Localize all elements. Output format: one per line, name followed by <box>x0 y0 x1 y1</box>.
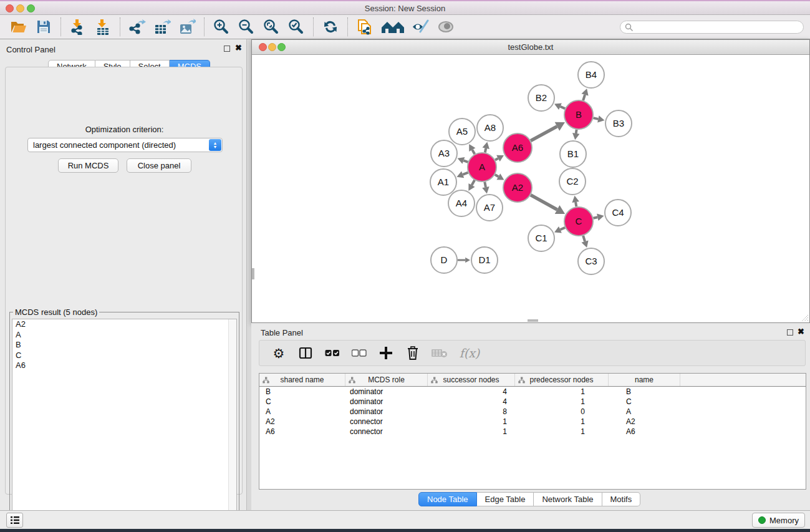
tab-node-table[interactable]: Node Table <box>418 492 477 506</box>
table-row-a6[interactable]: A6connector11A6 <box>259 427 806 437</box>
graph-node-B3[interactable]: B3 <box>605 110 632 137</box>
node-table[interactable]: shared nameMCDS rolesuccessor nodesprede… <box>259 373 806 490</box>
search-input[interactable] <box>634 22 803 32</box>
table-row-a2[interactable]: A2connector11A2 <box>259 417 806 427</box>
clone-network-icon[interactable] <box>354 17 375 37</box>
cell-MCDS-role[interactable]: dominator <box>345 387 428 397</box>
criterion-dropdown[interactable]: largest connected component (directed) ▲… <box>27 138 223 152</box>
graph-edge-A-A5[interactable] <box>469 144 475 154</box>
graph-edge-C-C2[interactable] <box>572 196 579 207</box>
graph-edge-A2-C[interactable] <box>531 195 565 214</box>
cell-successor-nodes[interactable]: 4 <box>428 397 515 407</box>
cell-name[interactable]: A <box>609 407 680 417</box>
graph-edge-A-A7[interactable] <box>482 182 489 194</box>
cell-predecessor-nodes[interactable]: 1 <box>515 387 609 397</box>
vertical-scroll-thumb[interactable] <box>252 268 254 279</box>
save-session-icon[interactable] <box>33 17 54 37</box>
result-item-a2[interactable]: A2 <box>12 319 236 330</box>
resize-grip-icon[interactable] <box>800 313 809 322</box>
graph-node-A5[interactable]: A5 <box>449 118 475 145</box>
network-window-titlebar[interactable]: testGlobe.txt <box>252 40 809 55</box>
table-row-c[interactable]: Cdominator41C <box>259 397 806 407</box>
zoom-in-icon[interactable] <box>211 17 232 37</box>
graph-node-A2[interactable]: A2 <box>503 173 532 202</box>
cell-shared-name[interactable]: A <box>259 407 345 417</box>
close-table-panel-icon[interactable]: ✖ <box>798 327 804 336</box>
task-history-button[interactable] <box>6 513 23 528</box>
select-all-rows-icon[interactable] <box>322 343 343 363</box>
graph-node-A4[interactable]: A4 <box>448 190 475 216</box>
cell-predecessor-nodes[interactable]: 1 <box>515 427 609 437</box>
zoom-out-icon[interactable] <box>236 17 257 37</box>
cell-shared-name[interactable]: B <box>259 387 345 397</box>
create-column-icon[interactable] <box>375 343 397 363</box>
result-item-a6[interactable]: A6 <box>12 360 236 371</box>
result-item-a[interactable]: A <box>12 330 236 341</box>
graph-edge-A-A4[interactable] <box>468 180 475 191</box>
graph-node-C3[interactable]: C3 <box>578 248 604 274</box>
graph-node-C4[interactable]: C4 <box>605 200 631 226</box>
table-row-a[interactable]: Adominator80A <box>259 407 806 417</box>
table-settings-icon[interactable]: ⚙ <box>268 343 289 363</box>
float-table-panel-icon[interactable] <box>787 329 793 336</box>
cell-shared-name[interactable]: A2 <box>259 417 345 427</box>
memory-button[interactable]: Memory <box>752 513 805 528</box>
graph-edge-A-A2[interactable] <box>495 173 504 180</box>
zoom-selected-icon[interactable] <box>286 17 307 37</box>
split-panel-icon[interactable] <box>295 343 316 363</box>
cell-MCDS-role[interactable]: dominator <box>345 397 428 407</box>
graph-edge-A-A6[interactable] <box>495 155 504 162</box>
close-panel-icon[interactable]: ✖ <box>235 43 242 52</box>
graph-node-A3[interactable]: A3 <box>431 140 457 167</box>
deselect-all-rows-icon[interactable] <box>349 343 370 363</box>
graph-node-C[interactable]: C <box>564 207 593 236</box>
graph-node-B2[interactable]: B2 <box>528 85 554 111</box>
cell-MCDS-role[interactable]: dominator <box>345 407 428 417</box>
float-panel-icon[interactable] <box>224 46 230 52</box>
graph-edge-C-C3[interactable] <box>582 236 589 248</box>
cell-shared-name[interactable]: C <box>259 397 345 407</box>
cell-successor-nodes[interactable]: 8 <box>428 407 515 417</box>
graph-node-D1[interactable]: D1 <box>471 247 498 273</box>
cell-name[interactable]: A6 <box>609 427 680 437</box>
graph-edge-A-A1[interactable] <box>456 172 468 178</box>
open-file-icon[interactable] <box>8 17 29 37</box>
column-header-MCDS-role[interactable]: MCDS role <box>345 374 428 386</box>
graph-edge-B-B1[interactable] <box>572 130 579 140</box>
graph-edge-C-C1[interactable] <box>554 226 565 233</box>
graph-edge-B-B3[interactable] <box>593 115 604 122</box>
graph-node-D[interactable]: D <box>431 247 457 273</box>
column-header-successor-nodes[interactable]: successor nodes <box>428 374 515 386</box>
column-header-shared-name[interactable]: shared name <box>259 374 345 386</box>
tab-motifs[interactable]: Motifs <box>602 492 641 506</box>
export-image-icon[interactable] <box>176 17 198 37</box>
search-field[interactable] <box>620 21 804 34</box>
graph-node-A6[interactable]: A6 <box>503 133 532 162</box>
graph-node-B[interactable]: B <box>564 100 593 129</box>
cell-shared-name[interactable]: A6 <box>259 427 345 437</box>
graph-node-C2[interactable]: C2 <box>559 168 586 195</box>
graph-edge-B-B4[interactable] <box>582 89 589 100</box>
column-header-name[interactable]: name <box>609 374 680 386</box>
zoom-fit-icon[interactable] <box>261 17 282 37</box>
graph-node-A1[interactable]: A1 <box>430 169 456 195</box>
table-row-b[interactable]: Bdominator41B <box>259 387 806 397</box>
cell-predecessor-nodes[interactable]: 0 <box>515 407 609 417</box>
run-mcds-button[interactable]: Run MCDS <box>58 158 118 173</box>
cell-name[interactable]: C <box>609 397 680 407</box>
graph-edge-C-C4[interactable] <box>593 214 604 221</box>
graph-edge-D-D1[interactable] <box>458 258 470 263</box>
result-item-b[interactable]: B <box>12 340 236 351</box>
graph-edge-B-B2[interactable] <box>554 103 565 110</box>
network-canvas[interactable]: B4B2BB3A8A5A6A3B1AA1C2A2A4A7C4CC1C3DD1 <box>252 55 809 322</box>
tab-network-table[interactable]: Network Table <box>534 492 602 506</box>
graph-edge-A-A3[interactable] <box>458 157 468 164</box>
tab-edge-table[interactable]: Edge Table <box>477 492 534 506</box>
export-network-icon[interactable] <box>127 17 148 37</box>
cell-predecessor-nodes[interactable]: 1 <box>515 417 609 427</box>
first-neighbors-icon[interactable] <box>379 17 407 37</box>
result-item-c[interactable]: C <box>12 351 236 361</box>
column-header-predecessor-nodes[interactable]: predecessor nodes <box>515 374 609 386</box>
graph-edge-A6-B[interactable] <box>531 122 565 141</box>
cell-successor-nodes[interactable]: 4 <box>428 387 515 397</box>
